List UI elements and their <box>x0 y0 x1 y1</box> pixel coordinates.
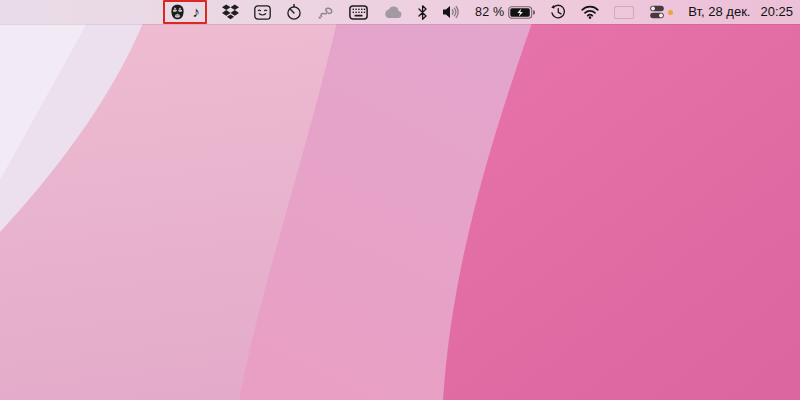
battery-percent-label: 82 % <box>475 5 504 19</box>
orange-status-dot <box>668 10 673 15</box>
cloud-icon[interactable] <box>383 6 403 19</box>
toggle-switches-status[interactable] <box>649 5 673 19</box>
date-label: Вт, 28 дек. <box>688 5 750 19</box>
music-note-icon[interactable]: ♪ <box>192 5 200 19</box>
menu-bar: ♪ <box>0 0 800 24</box>
timer-icon[interactable] <box>286 4 302 20</box>
toggle-switches-icon <box>649 5 665 19</box>
smiley-square-icon[interactable] <box>254 5 271 20</box>
menu-bar-clock[interactable]: Вт, 28 дек. 20:25 <box>688 5 793 19</box>
dropbox-icon[interactable] <box>222 4 239 20</box>
battery-icon <box>508 6 535 19</box>
wifi-icon[interactable] <box>581 5 599 19</box>
bluetooth-icon[interactable] <box>418 5 427 20</box>
battery-status[interactable]: 82 % <box>475 5 535 19</box>
face-mask-icon[interactable] <box>170 4 185 20</box>
red-highlight-annotation: ♪ <box>163 0 207 24</box>
spiral-icon[interactable] <box>317 4 334 20</box>
time-label: 20:25 <box>760 5 793 19</box>
russian-flag-icon[interactable] <box>614 6 634 19</box>
keyboard-icon[interactable] <box>349 5 368 20</box>
volume-icon[interactable] <box>442 5 460 19</box>
time-machine-icon[interactable] <box>550 4 566 20</box>
desktop-wallpaper <box>0 0 800 400</box>
